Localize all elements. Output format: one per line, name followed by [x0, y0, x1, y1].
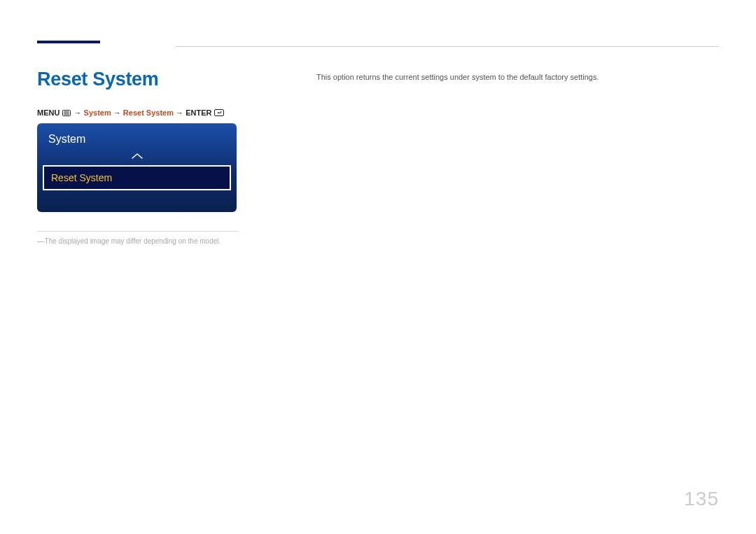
menu-header: System	[37, 130, 237, 153]
menu-icon	[62, 110, 71, 116]
breadcrumb-arrow-3: →	[176, 108, 183, 117]
breadcrumb: MENU → System → Reset System → ENTER	[37, 108, 225, 117]
page-title: Reset System	[37, 69, 159, 90]
scroll-up-arrow[interactable]	[37, 153, 237, 162]
breadcrumb-arrow-1: →	[74, 108, 82, 117]
top-rule	[176, 46, 719, 47]
note-dash: ―	[37, 237, 43, 245]
breadcrumb-enter-label: ENTER	[186, 108, 211, 117]
note-line: ― The displayed image may differ dependi…	[37, 237, 220, 245]
note-rule	[37, 231, 239, 232]
breadcrumb-reset-system: Reset System	[123, 108, 174, 117]
breadcrumb-menu-label: MENU	[37, 108, 59, 117]
page-number: 135	[684, 488, 719, 510]
breadcrumb-arrow-2: →	[113, 108, 121, 117]
system-menu-card: System Reset System	[37, 123, 237, 212]
note-text: The displayed image may differ depending…	[45, 237, 221, 245]
menu-item-reset-system[interactable]: Reset System	[43, 165, 231, 190]
accent-bar	[37, 41, 100, 43]
breadcrumb-system: System	[84, 108, 111, 117]
description-text: This option returns the current settings…	[316, 73, 599, 81]
page-root: Reset System MENU → System → Reset Syste…	[0, 0, 756, 534]
enter-icon	[214, 109, 224, 116]
